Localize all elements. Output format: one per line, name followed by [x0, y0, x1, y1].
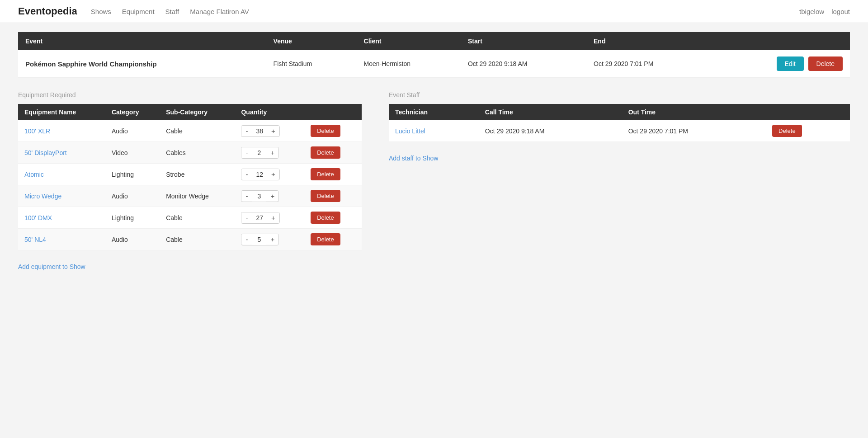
- quantity-decrement-button[interactable]: -: [241, 212, 252, 223]
- quantity-increment-button[interactable]: +: [266, 191, 278, 201]
- quantity-increment-button[interactable]: +: [267, 126, 279, 136]
- equipment-delete-button[interactable]: Delete: [311, 146, 340, 159]
- nav-staff[interactable]: Staff: [165, 8, 179, 15]
- two-column-layout: Equipment Required Equipment Name Catego…: [18, 91, 850, 270]
- equipment-section: Equipment Required Equipment Name Catego…: [18, 91, 362, 270]
- add-equipment-link[interactable]: Add equipment to Show: [18, 263, 85, 270]
- nav-links: Shows Equipment Staff Manage Flatiron AV: [91, 8, 799, 15]
- equip-row-quantity: - 38 +: [235, 120, 304, 142]
- nav-shows[interactable]: Shows: [91, 8, 111, 15]
- staff-row-outtime: Oct 29 2020 7:01 PM: [622, 120, 766, 142]
- equip-row-subcategory: Cable: [160, 229, 235, 250]
- event-actions: Edit Delete: [712, 50, 850, 78]
- equip-row-actions: Delete: [304, 142, 362, 164]
- start-col-header: Start: [461, 32, 586, 50]
- quantity-increment-button[interactable]: +: [266, 147, 278, 158]
- staff-row-actions: Delete: [766, 120, 850, 142]
- equip-row-category: Audio: [105, 229, 160, 250]
- equip-row-actions: Delete: [304, 185, 362, 207]
- quantity-increment-button[interactable]: +: [267, 212, 279, 223]
- quantity-value: 12: [252, 169, 267, 180]
- brand-logo: Eventopedia: [18, 5, 77, 17]
- end-col-header: End: [586, 32, 712, 50]
- equip-row-subcategory: Strobe: [160, 164, 235, 185]
- equip-name-link[interactable]: Micro Wedge: [24, 193, 61, 200]
- quantity-decrement-button[interactable]: -: [241, 234, 252, 245]
- navbar: Eventopedia Shows Equipment Staff Manage…: [0, 0, 868, 23]
- equip-subcategory-header: Sub-Category: [160, 104, 235, 120]
- equip-row-quantity: - 5 +: [235, 229, 304, 250]
- quantity-decrement-button[interactable]: -: [241, 147, 252, 158]
- equip-name-link[interactable]: 50' NL4: [24, 236, 46, 243]
- staff-technician-link[interactable]: Lucio Littel: [395, 127, 425, 135]
- quantity-value: 3: [252, 191, 266, 202]
- staff-row: Lucio Littel Oct 29 2020 9:18 AM Oct 29 …: [389, 120, 850, 142]
- equip-name-header: Equipment Name: [18, 104, 105, 120]
- equipment-delete-button[interactable]: Delete: [311, 212, 340, 224]
- nav-username[interactable]: tbigelow: [799, 8, 824, 15]
- quantity-decrement-button[interactable]: -: [241, 169, 252, 179]
- client-col-header: Client: [357, 32, 461, 50]
- quantity-decrement-button[interactable]: -: [241, 191, 252, 201]
- quantity-decrement-button[interactable]: -: [241, 126, 252, 136]
- staff-section-title: Event Staff: [389, 91, 850, 99]
- equip-name-link[interactable]: 100' DMX: [24, 214, 52, 221]
- equipment-row: 100' XLR Audio Cable - 38 + Delete: [18, 120, 362, 142]
- staff-table: Technician Call Time Out Time Lucio Litt…: [389, 104, 850, 142]
- equipment-row: Atomic Lighting Strobe - 12 + Delete: [18, 164, 362, 185]
- equip-quantity-header: Quantity: [235, 104, 304, 120]
- equipment-delete-button[interactable]: Delete: [311, 190, 340, 202]
- nav-manage[interactable]: Manage Flatiron AV: [190, 8, 249, 15]
- equip-row-quantity: - 27 +: [235, 207, 304, 229]
- page-content: Event Venue Client Start End Pokémon Sap…: [0, 23, 868, 279]
- quantity-value: 5: [252, 234, 266, 245]
- staff-delete-button[interactable]: Delete: [772, 125, 802, 137]
- equip-row-subcategory: Monitor Wedge: [160, 185, 235, 207]
- staff-calltime-header: Call Time: [479, 104, 622, 120]
- event-edit-button[interactable]: Edit: [777, 57, 804, 71]
- quantity-increment-button[interactable]: +: [267, 169, 279, 179]
- equipment-row: 50' NL4 Audio Cable - 5 + Delete: [18, 229, 362, 250]
- actions-col-header: [712, 32, 850, 50]
- equip-name-link[interactable]: Atomic: [24, 171, 44, 178]
- quantity-increment-button[interactable]: +: [266, 234, 278, 245]
- equip-name-link[interactable]: 50' DisplayPort: [24, 149, 67, 156]
- equip-name-link[interactable]: 100' XLR: [24, 127, 50, 135]
- equip-row-category: Lighting: [105, 164, 160, 185]
- venue-col-header: Venue: [266, 32, 357, 50]
- event-venue: Fisht Stadium: [266, 50, 357, 78]
- event-start: Oct 29 2020 9:18 AM: [461, 50, 586, 78]
- staff-technician-header: Technician: [389, 104, 479, 120]
- equipment-delete-button[interactable]: Delete: [311, 233, 340, 245]
- nav-equipment[interactable]: Equipment: [122, 8, 155, 15]
- equipment-row: 50' DisplayPort Video Cables - 2 + Delet…: [18, 142, 362, 164]
- equip-row-category: Audio: [105, 185, 160, 207]
- quantity-stepper: - 2 +: [241, 147, 279, 159]
- equip-row-name: Micro Wedge: [18, 185, 105, 207]
- equip-row-category: Audio: [105, 120, 160, 142]
- equipment-delete-button[interactable]: Delete: [311, 125, 340, 137]
- equip-row-category: Video: [105, 142, 160, 164]
- nav-logout[interactable]: logout: [831, 8, 850, 15]
- equipment-row: Micro Wedge Audio Monitor Wedge - 3 + De…: [18, 185, 362, 207]
- quantity-value: 2: [252, 147, 266, 158]
- equip-row-actions: Delete: [304, 229, 362, 250]
- equip-row-name: 100' DMX: [18, 207, 105, 229]
- staff-section: Event Staff Technician Call Time Out Tim…: [389, 91, 850, 162]
- staff-actions-header: [766, 104, 850, 120]
- equip-row-name: Atomic: [18, 164, 105, 185]
- equip-row-quantity: - 12 +: [235, 164, 304, 185]
- equipment-delete-button[interactable]: Delete: [311, 168, 340, 180]
- quantity-value: 38: [252, 126, 267, 137]
- event-row: Pokémon Sapphire World Championship Fish…: [18, 50, 850, 78]
- quantity-stepper: - 27 +: [241, 212, 279, 224]
- equip-row-subcategory: Cable: [160, 120, 235, 142]
- quantity-stepper: - 38 +: [241, 125, 279, 137]
- event-delete-button[interactable]: Delete: [808, 57, 843, 71]
- equip-row-actions: Delete: [304, 164, 362, 185]
- equip-row-quantity: - 3 +: [235, 185, 304, 207]
- quantity-value: 27: [252, 212, 267, 223]
- add-staff-link[interactable]: Add staff to Show: [389, 155, 438, 162]
- equip-row-actions: Delete: [304, 120, 362, 142]
- equipment-section-title: Equipment Required: [18, 91, 362, 99]
